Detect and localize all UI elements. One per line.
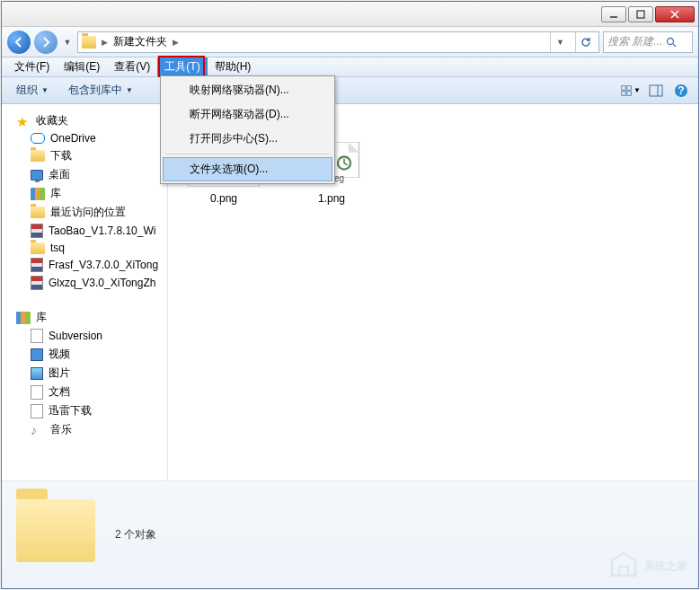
address-bar[interactable]: ▶ 新建文件夹 ▶ ▼ <box>77 31 599 53</box>
search-input[interactable]: 搜索 新建... <box>603 31 693 53</box>
svg-point-4 <box>668 38 674 44</box>
folder-icon <box>82 36 96 48</box>
sidebar-item-label: Subversion <box>49 330 102 342</box>
sidebar-item-pictures[interactable]: 图片 <box>2 364 167 383</box>
sidebar-item-frasf[interactable]: Frasf_V3.7.0.0_XiTong <box>2 256 167 274</box>
sidebar-item-label: 迅雷下载 <box>49 403 92 418</box>
libraries-label: 库 <box>36 310 47 325</box>
svg-rect-7 <box>627 85 632 90</box>
breadcrumb-separator-icon: ▶ <box>102 38 108 47</box>
svg-rect-16 <box>619 567 628 576</box>
menu-disconnect-network-drive[interactable]: 断开网络驱动器(D)... <box>163 102 332 127</box>
breadcrumb-current[interactable]: 新建文件夹 <box>113 34 167 49</box>
svg-rect-1 <box>637 11 644 18</box>
close-button[interactable] <box>655 6 695 22</box>
sidebar-item-tsq[interactable]: tsq <box>2 240 167 256</box>
sidebar-item-libraries-fav[interactable]: 库 <box>2 184 167 203</box>
sidebar-item-label: Glxzq_V3.0_XiTongZh <box>49 277 155 289</box>
svg-rect-6 <box>622 85 626 90</box>
nav-history-dropdown[interactable]: ▼ <box>61 31 74 53</box>
svg-text:?: ? <box>678 84 684 97</box>
sidebar-item-documents[interactable]: 文档 <box>2 383 167 401</box>
svg-rect-9 <box>627 91 632 95</box>
file-name: 0.png <box>179 192 269 205</box>
view-mode-button[interactable]: ▼ <box>621 81 641 101</box>
navigation-pane: ★收藏夹 OneDrive 下载 桌面 库 最近访问的位置 TaoBao_V1.… <box>2 104 168 480</box>
title-bar <box>2 2 698 27</box>
organize-button[interactable]: 组织 ▼ <box>9 80 56 101</box>
sidebar-item-videos[interactable]: 视频 <box>2 345 167 364</box>
sidebar-item-onedrive[interactable]: OneDrive <box>2 130 167 146</box>
menu-separator <box>166 154 329 154</box>
sidebar-item-taobao[interactable]: TaoBao_V1.7.8.10_Wi <box>2 222 167 240</box>
video-icon <box>31 348 43 361</box>
archive-icon <box>31 258 43 272</box>
library-icon <box>31 188 45 200</box>
menu-edit[interactable]: 编辑(E) <box>57 57 107 76</box>
maximize-button[interactable] <box>628 6 653 22</box>
minimize-button[interactable] <box>601 6 626 22</box>
back-button[interactable] <box>7 31 31 54</box>
include-library-button[interactable]: 包含到库中 ▼ <box>61 80 140 101</box>
svg-rect-10 <box>650 85 662 96</box>
document-icon <box>31 385 43 400</box>
details-folder-icon <box>16 499 97 571</box>
content-area: ★收藏夹 OneDrive 下载 桌面 库 最近访问的位置 TaoBao_V1.… <box>2 104 698 480</box>
document-icon <box>31 329 43 343</box>
forward-button[interactable] <box>34 31 58 54</box>
sidebar-item-label: 视频 <box>49 347 70 362</box>
sidebar-item-label: 桌面 <box>49 167 70 182</box>
file-name: 1.png <box>287 192 377 205</box>
sidebar-item-music[interactable]: ♪音乐 <box>2 420 167 439</box>
library-icon <box>16 312 31 324</box>
sidebar-item-recent[interactable]: 最近访问的位置 <box>2 203 167 222</box>
sidebar-item-label: 下载 <box>50 148 72 163</box>
favorites-label: 收藏夹 <box>36 113 68 128</box>
search-placeholder: 搜索 新建... <box>607 34 662 49</box>
help-button[interactable]: ? <box>671 81 691 101</box>
sidebar-item-label: tsq <box>50 242 65 254</box>
archive-icon <box>31 224 43 238</box>
menu-open-sync-center[interactable]: 打开同步中心(S)... <box>163 127 332 151</box>
sidebar-item-label: 最近访问的位置 <box>50 205 126 220</box>
sidebar-item-desktop[interactable]: 桌面 <box>2 165 167 184</box>
sidebar-item-label: TaoBao_V1.7.8.10_Wi <box>49 225 155 237</box>
menu-bar: 文件(F) 编辑(E) 查看(V) 工具(T) 帮助(H) <box>2 57 698 77</box>
address-dropdown-button[interactable]: ▼ <box>550 32 570 52</box>
sidebar-item-glxzq[interactable]: Glxzq_V3.0_XiTongZh <box>2 274 167 292</box>
sidebar-item-label: 图片 <box>49 365 70 381</box>
toolbar: 组织 ▼ 包含到库中 ▼ 共享 ▼ 書文件夹 ▼ ? <box>2 77 698 104</box>
sidebar-item-label: 库 <box>50 186 61 201</box>
sidebar-item-label: Frasf_V3.7.0.0_XiTong <box>49 259 158 271</box>
menu-tools[interactable]: 工具(T) <box>157 57 207 76</box>
sidebar-item-label: 音乐 <box>50 422 72 437</box>
menu-help[interactable]: 帮助(H) <box>208 57 259 76</box>
music-icon: ♪ <box>31 423 45 437</box>
sidebar-item-thunder[interactable]: 迅雷下载 <box>2 401 167 420</box>
menu-view[interactable]: 查看(V) <box>107 57 157 76</box>
menu-map-network-drive[interactable]: 映射网络驱动器(N)... <box>163 78 332 102</box>
item-count: 2 个对象 <box>115 527 156 542</box>
svg-line-5 <box>673 44 676 47</box>
refresh-button[interactable] <box>575 32 595 52</box>
desktop-icon <box>31 170 43 181</box>
sidebar-item-label: 文档 <box>49 384 70 400</box>
menu-file[interactable]: 文件(F) <box>7 57 57 76</box>
sidebar-item-subversion[interactable]: Subversion <box>2 327 167 345</box>
preview-pane-button[interactable] <box>646 81 666 101</box>
sidebar-item-label: OneDrive <box>50 132 96 145</box>
folder-icon <box>31 207 45 218</box>
nav-bar: ▼ ▶ 新建文件夹 ▶ ▼ 搜索 新建... <box>2 27 698 57</box>
watermark: 系统之家 <box>608 550 687 581</box>
document-icon <box>31 404 43 418</box>
cloud-icon <box>31 133 45 144</box>
menu-folder-options[interactable]: 文件夹选项(O)... <box>163 157 332 181</box>
pictures-icon <box>31 367 43 380</box>
libraries-header[interactable]: 库 <box>2 308 167 327</box>
folder-icon <box>31 150 45 162</box>
svg-rect-8 <box>622 91 626 95</box>
watermark-text: 系统之家 <box>644 559 687 574</box>
sidebar-item-downloads[interactable]: 下载 <box>2 146 167 165</box>
tools-dropdown: 映射网络驱动器(N)... 断开网络驱动器(D)... 打开同步中心(S)...… <box>160 75 335 184</box>
favorites-header[interactable]: ★收藏夹 <box>2 111 167 130</box>
